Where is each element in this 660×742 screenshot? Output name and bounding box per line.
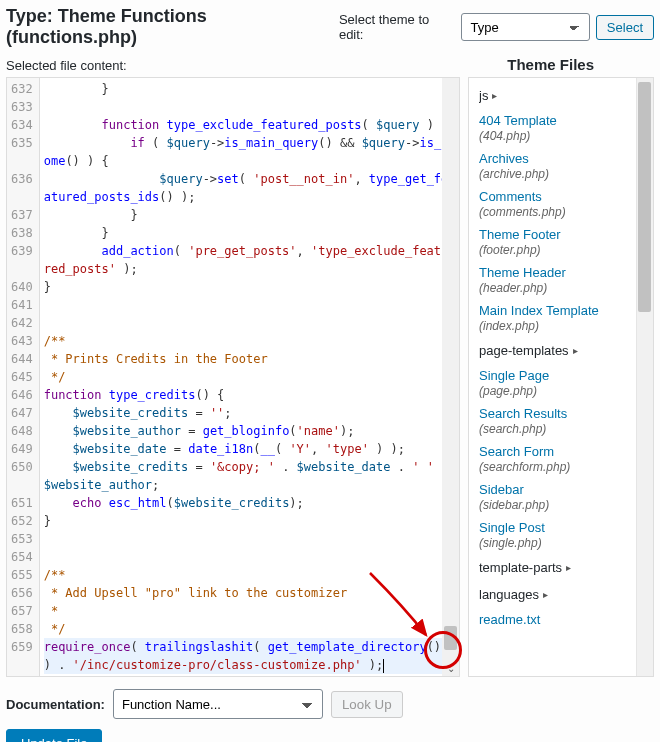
file-item[interactable]: Single Page(page.php) [479,364,647,402]
file-name: (searchform.php) [479,460,647,474]
theme-select[interactable]: Type [461,13,589,41]
file-name: (single.php) [479,536,647,550]
line-number: 642 [11,314,33,332]
code-line[interactable] [44,314,455,332]
line-number: 639 [11,242,33,278]
line-number: 645 [11,368,33,386]
triangle-right-icon: ▸ [566,562,571,573]
chevron-down-icon[interactable]: ⌄ [447,663,455,674]
code-line[interactable]: } [44,512,455,530]
line-number: 658 [11,620,33,638]
file-name: (404.php) [479,129,647,143]
file-item[interactable]: Comments(comments.php) [479,185,647,223]
theme-files-heading: Theme Files [507,56,654,73]
code-line[interactable]: * Prints Credits in the Footer [44,350,455,368]
triangle-right-icon: ▸ [543,589,548,600]
code-line[interactable]: function type_credits() { [44,386,455,404]
file-item[interactable]: Main Index Template(index.php) [479,299,647,337]
file-link[interactable]: Comments [479,189,647,204]
line-number: 632 [11,80,33,98]
selected-file-label: Selected file content: [6,58,127,73]
line-number: 643 [11,332,33,350]
file-item[interactable]: Search Form(searchform.php) [479,440,647,478]
file-link[interactable]: Single Post [479,520,647,535]
file-item[interactable]: 404 Template(404.php) [479,109,647,147]
lookup-button[interactable]: Look Up [331,691,403,718]
file-link[interactable]: Archives [479,151,647,166]
folder-item[interactable]: js ▸ [479,82,647,109]
line-number: 650 [11,458,33,494]
code-line[interactable]: */ [44,368,455,386]
file-item[interactable]: Theme Footer(footer.php) [479,223,647,261]
code-line[interactable]: $website_date = date_i18n(__( 'Y', 'type… [44,440,455,458]
code-line[interactable]: $website_credits = '&copy; ' . $website_… [44,458,455,494]
line-number: 633 [11,98,33,116]
line-number: 641 [11,296,33,314]
code-line[interactable] [44,530,455,548]
file-item[interactable]: Sidebar(sidebar.php) [479,478,647,516]
file-item[interactable]: Archives(archive.php) [479,147,647,185]
line-number: 654 [11,548,33,566]
code-line[interactable]: echo esc_html($website_credits); [44,494,455,512]
line-number: 657 [11,602,33,620]
code-line[interactable]: * Add Upsell "pro" link to the customize… [44,584,455,602]
file-name: (footer.php) [479,243,647,257]
code-line[interactable]: if ( $query->is_main_query() && $query->… [44,134,455,170]
file-name: (header.php) [479,281,647,295]
code-line[interactable]: * [44,602,455,620]
code-line[interactable]: } [44,224,455,242]
editor-scrollbar-thumb[interactable] [444,626,457,650]
file-name: (comments.php) [479,205,647,219]
file-item[interactable]: Theme Header(header.php) [479,261,647,299]
code-line[interactable]: require_once( trailingslashit( get_templ… [44,638,455,674]
file-link[interactable]: Search Form [479,444,647,459]
line-number: 644 [11,350,33,368]
file-link[interactable]: Sidebar [479,482,647,497]
code-line[interactable]: function type_exclude_featured_posts( $q… [44,116,455,134]
code-line[interactable]: add_action( 'pre_get_posts', 'type_exclu… [44,242,455,278]
code-line[interactable]: } [44,206,455,224]
update-file-button[interactable]: Update File [6,729,102,742]
select-button[interactable]: Select [596,15,654,40]
sidebar-scrollbar-thumb[interactable] [638,82,651,312]
code-line[interactable] [44,296,455,314]
code-line[interactable]: /** [44,332,455,350]
line-number: 649 [11,440,33,458]
file-name: (sidebar.php) [479,498,647,512]
folder-item[interactable]: languages ▸ [479,581,647,608]
select-theme-label: Select theme to edit: [339,12,456,42]
line-number: 648 [11,422,33,440]
code-line[interactable]: } [44,80,455,98]
code-editor[interactable]: 6326336346356366376386396406416426436446… [6,77,460,677]
file-link[interactable]: Theme Footer [479,227,647,242]
line-number: 652 [11,512,33,530]
file-name: (page.php) [479,384,647,398]
code-line[interactable]: */ [44,620,455,638]
file-link[interactable]: 404 Template [479,113,647,128]
file-item[interactable]: Search Results(search.php) [479,402,647,440]
folder-item[interactable]: page-templates ▸ [479,337,647,364]
code-line[interactable]: } [44,278,455,296]
triangle-right-icon: ▸ [573,345,578,356]
line-number: 646 [11,386,33,404]
documentation-label: Documentation: [6,697,105,712]
code-line[interactable] [44,548,455,566]
function-name-select[interactable]: Function Name... [113,689,323,719]
code-line[interactable]: $website_author = get_bloginfo('name'); [44,422,455,440]
line-number: 656 [11,584,33,602]
file-item[interactable]: Single Post(single.php) [479,516,647,554]
file-link[interactable]: Single Page [479,368,647,383]
file-link[interactable]: Main Index Template [479,303,647,318]
sidebar-scrollbar[interactable] [636,78,653,676]
code-line[interactable]: $website_credits = ''; [44,404,455,422]
editor-scrollbar[interactable]: ⌄ [442,78,459,676]
page-title: Type: Theme Functions (functions.php) [6,6,339,48]
code-line[interactable]: /** [44,566,455,584]
code-line[interactable]: $query->set( 'post__not_in', type_get_fe… [44,170,455,206]
file-link[interactable]: Theme Header [479,265,647,280]
file-link[interactable]: Search Results [479,406,647,421]
file-link[interactable]: readme.txt [479,612,647,627]
folder-item[interactable]: template-parts ▸ [479,554,647,581]
file-item[interactable]: readme.txt [479,608,647,631]
code-line[interactable] [44,98,455,116]
